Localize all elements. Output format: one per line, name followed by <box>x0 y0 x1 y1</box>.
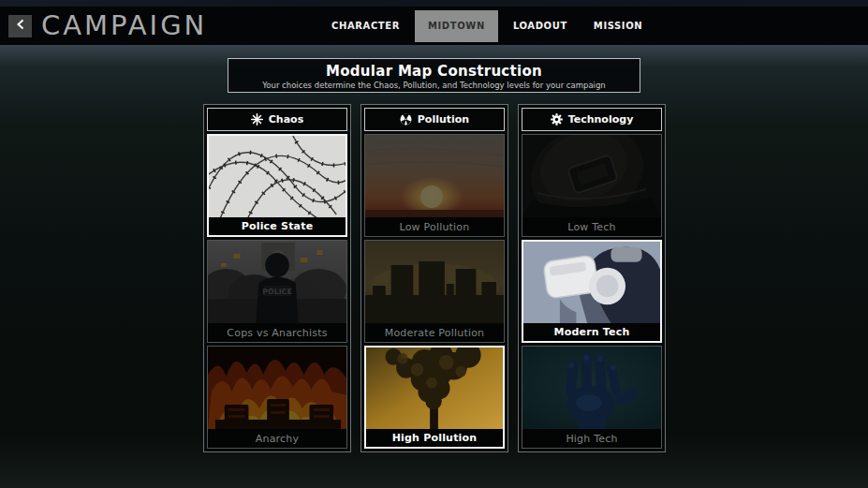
top-bar: CAMPAIGN CHARACTER MIDTOWN LOADOUT MISSI… <box>0 7 868 45</box>
tab-mission[interactable]: MISSION <box>581 7 655 45</box>
option-label: Moderate Pollution <box>365 323 504 342</box>
option-label: Cops vs Anarchists <box>208 323 346 342</box>
dim-overlay <box>208 347 346 429</box>
tab-loadout[interactable]: LOADOUT <box>500 7 581 45</box>
option-label: High Tech <box>522 429 661 448</box>
option-anarchy[interactable]: Anarchy <box>207 346 347 449</box>
technology-header-label: Technology <box>568 113 634 126</box>
starburst-icon <box>251 113 263 126</box>
campaign-screen: CAMPAIGN CHARACTER MIDTOWN LOADOUT MISSI… <box>0 0 868 488</box>
back-button[interactable] <box>8 15 32 37</box>
option-low-tech[interactable]: Low Tech <box>522 134 662 237</box>
burning-fire-image <box>208 347 346 429</box>
option-label: Police State <box>209 217 346 235</box>
option-label: Modern Tech <box>523 323 660 341</box>
scene-strip <box>0 0 868 7</box>
smog-skyline-image <box>365 241 504 323</box>
tab-midtown[interactable]: MIDTOWN <box>415 10 498 42</box>
chaos-column: Chaos <box>203 104 351 452</box>
construction-header: Modular Map Construction Your choices de… <box>228 58 640 93</box>
robotic-hand-image <box>522 347 661 429</box>
hazy-sunset-image <box>365 135 504 217</box>
technology-column: Technology <box>518 104 666 452</box>
option-high-tech[interactable]: High Tech <box>522 346 662 449</box>
chevron-left-icon <box>16 19 25 33</box>
dim-overlay <box>522 135 661 217</box>
radiation-icon <box>400 113 412 126</box>
option-label: Anarchy <box>208 429 346 448</box>
pollution-header-label: Pollution <box>418 113 469 126</box>
main-area: Modular Map Construction Your choices de… <box>0 45 868 488</box>
pollution-column: Pollution <box>360 104 508 452</box>
tab-character[interactable]: CHARACTER <box>318 7 413 45</box>
vr-headset-image <box>523 242 660 323</box>
technology-header: Technology <box>522 108 662 131</box>
nav-tabs: CHARACTER MIDTOWN LOADOUT MISSION <box>318 7 655 45</box>
dim-overlay <box>208 241 346 323</box>
construction-title: Modular Map Construction <box>228 63 640 80</box>
option-columns: Chaos <box>203 104 666 452</box>
barbed-wire-image <box>209 136 346 217</box>
option-modern-tech[interactable]: Modern Tech <box>522 240 662 343</box>
chaos-header: Chaos <box>207 108 347 131</box>
construction-subtitle: Your choices determine the Chaos, Pollut… <box>228 81 640 90</box>
pollution-header: Pollution <box>364 108 505 131</box>
dim-overlay <box>522 347 661 429</box>
old-helmet-image <box>522 135 661 217</box>
option-label: Low Pollution <box>365 217 504 236</box>
option-cops-vs-anarchists[interactable]: POLICE Cops vs Anarchists <box>207 240 347 343</box>
chaos-header-label: Chaos <box>269 113 303 126</box>
option-police-state[interactable]: Police State <box>207 134 347 237</box>
option-low-pollution[interactable]: Low Pollution <box>364 134 505 237</box>
option-label: High Pollution <box>366 429 503 447</box>
dim-overlay <box>365 135 504 217</box>
page-title: CAMPAIGN <box>41 12 207 39</box>
gear-icon <box>551 113 563 126</box>
dim-overlay <box>365 241 504 323</box>
option-moderate-pollution[interactable]: Moderate Pollution <box>364 240 505 343</box>
option-label: Low Tech <box>522 217 661 236</box>
riot-police-image: POLICE <box>208 241 346 323</box>
option-high-pollution[interactable]: High Pollution <box>364 346 505 449</box>
smokestack-image <box>366 348 503 429</box>
